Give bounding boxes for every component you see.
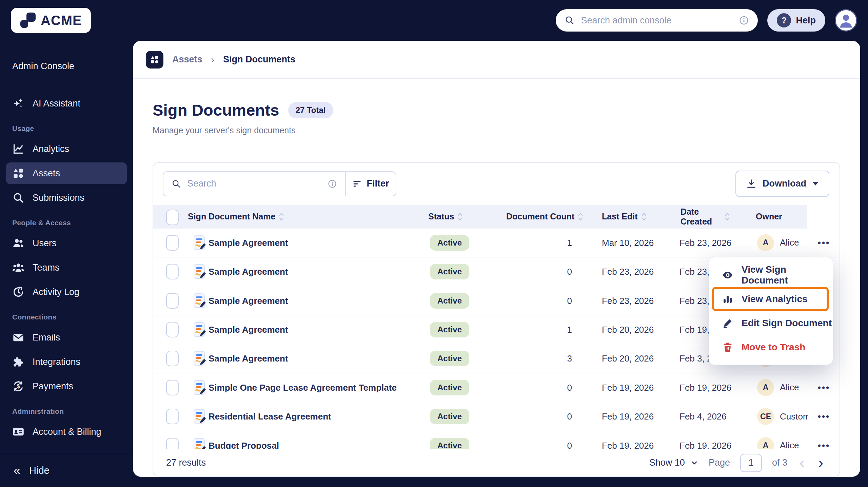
row-checkbox-cell: [166, 264, 179, 279]
filter-icon: [352, 179, 362, 189]
download-button[interactable]: Download: [735, 171, 829, 197]
document-name-link[interactable]: Residential Lease Agreement: [209, 411, 331, 422]
sidebar-item-emails[interactable]: Emails: [6, 327, 127, 348]
column-header-label: Last Edit: [602, 212, 638, 221]
menu-item-edit-sign-document[interactable]: Edit Sign Document: [709, 311, 833, 335]
column-header-last-edit[interactable]: Last Edit: [602, 205, 647, 229]
sign-document-icon: [193, 438, 207, 449]
row-checkbox-cell: [166, 351, 179, 366]
sidebar-item-label: Submissions: [33, 193, 84, 203]
status-badge: Active: [430, 264, 469, 279]
document-count-cell: 1: [504, 324, 572, 335]
menu-item-view-sign-document[interactable]: View Sign Document: [709, 263, 833, 287]
table-search-input[interactable]: [187, 178, 321, 189]
document-count-cell: 0: [504, 411, 572, 422]
status-badge: Active: [430, 438, 469, 449]
sort-icon: [725, 212, 730, 221]
table-row: Simple One Page Lease Agreement Template…: [153, 373, 840, 402]
row-actions-button[interactable]: •••: [808, 382, 840, 393]
sidebar-item-label: AI Assistant: [33, 98, 80, 109]
trash-icon: [722, 342, 733, 353]
sort-icon: [279, 212, 284, 221]
row-checkbox[interactable]: [166, 264, 179, 279]
show-label: Show 10: [649, 457, 685, 468]
row-actions-button[interactable]: •••: [808, 440, 840, 449]
sidebar-item-analytics[interactable]: Analytics: [6, 138, 127, 160]
next-page-button[interactable]: ›: [816, 456, 825, 470]
column-header-document-count[interactable]: Document Count: [506, 205, 583, 229]
last-edit-cell: Feb 19, 2026: [602, 382, 654, 393]
document-name-link[interactable]: Sample Agreement: [209, 353, 288, 364]
row-checkbox[interactable]: [166, 322, 179, 337]
sidebar-item-users[interactable]: Users: [6, 232, 127, 254]
caret-down-icon: [812, 182, 818, 186]
admin-search-bar[interactable]: [556, 9, 758, 32]
row-checkbox[interactable]: [166, 293, 179, 309]
row-checkbox[interactable]: [166, 380, 179, 395]
sidebar-item-integrations[interactable]: Integrations: [6, 351, 127, 373]
document-name-link[interactable]: Simple One Page Lease Agreement Template: [209, 382, 397, 393]
document-name-link[interactable]: Sample Agreement: [209, 237, 288, 248]
column-header-label: Owner: [756, 212, 782, 221]
user-avatar[interactable]: [835, 9, 857, 32]
row-actions-button[interactable]: •••: [808, 411, 840, 422]
acme-logo[interactable]: ACME: [11, 8, 91, 33]
sidebar-item-teams[interactable]: Teams: [6, 257, 127, 278]
row-checkbox[interactable]: [166, 409, 179, 424]
owner-name: Alice: [780, 382, 799, 393]
menu-item-view-analytics[interactable]: View Analytics: [712, 287, 829, 311]
document-name-link[interactable]: Sample Agreement: [209, 267, 288, 277]
table-row: Sample AgreementActive1Mar 10, 2026Feb 2…: [153, 229, 840, 257]
document-name-link[interactable]: Sample Agreement: [209, 324, 288, 335]
document-count-cell: 0: [504, 295, 572, 306]
select-all-checkbox[interactable]: [166, 210, 179, 225]
column-header-date-created[interactable]: Date Created: [680, 205, 730, 229]
sidebar-hide-button[interactable]: « Hide: [0, 454, 133, 487]
status-cell: Active: [430, 438, 469, 449]
sidebar-item-assets[interactable]: Assets: [6, 162, 127, 184]
admin-search-input[interactable]: [581, 15, 733, 26]
owner-name: Alice: [780, 440, 799, 449]
sign-document-icon: [193, 293, 207, 309]
menu-item-move-to-trash[interactable]: Move to Trash: [709, 335, 833, 359]
puzzle-icon: [12, 356, 24, 368]
bar-chart-icon: [722, 293, 733, 305]
breadcrumb-assets-link[interactable]: Assets: [172, 54, 202, 65]
avatar: A: [757, 437, 774, 449]
logo-text: ACME: [41, 13, 82, 28]
table-search[interactable]: [163, 172, 345, 196]
row-checkbox[interactable]: [166, 438, 179, 449]
document-name-link[interactable]: Sample Agreement: [209, 295, 288, 306]
sidebar-item-account-billing[interactable]: Account & Billing: [6, 421, 127, 443]
sidebar-item-submissions[interactable]: Submissions: [6, 187, 127, 209]
filter-button[interactable]: Filter: [346, 172, 396, 196]
sidebar-item-label: Account & Billing: [33, 427, 101, 437]
sidebar-item-activity-log[interactable]: Activity Log: [6, 281, 127, 303]
row-checkbox[interactable]: [166, 235, 179, 251]
row-checkbox[interactable]: [166, 351, 179, 366]
column-header-sign-document-name[interactable]: Sign Document Name: [188, 205, 284, 229]
previous-page-button[interactable]: ‹: [797, 456, 806, 470]
breadcrumb: Assets › Sign Documents: [133, 41, 860, 79]
ellipsis-icon: •••: [818, 382, 830, 392]
results-count: 27 results: [166, 457, 206, 468]
row-checkbox-cell: [166, 380, 179, 395]
page-number-input[interactable]: [740, 454, 762, 472]
column-header-status[interactable]: Status: [428, 205, 463, 229]
avatar: A: [757, 379, 774, 396]
sidebar-item-label: Emails: [33, 332, 60, 343]
document-count-cell: 0: [504, 440, 572, 449]
sidebar-item-payments[interactable]: Payments: [6, 375, 127, 397]
help-button[interactable]: ? Help: [767, 9, 825, 32]
sidebar-item-ai-assistant[interactable]: AI Assistant: [6, 93, 127, 114]
sign-document-icon: [193, 351, 207, 366]
sidebar-item-label: Integrations: [33, 357, 80, 367]
show-per-page-select[interactable]: Show 10: [649, 457, 698, 468]
last-edit-cell: Feb 20, 2026: [602, 324, 654, 335]
row-checkbox-cell: [166, 293, 179, 309]
row-actions-button[interactable]: •••: [808, 237, 840, 248]
status-cell: Active: [430, 409, 469, 424]
document-name-link[interactable]: Budget Proposal: [209, 440, 279, 449]
of-total-label: of 3: [772, 457, 787, 468]
assets-icon: [146, 51, 163, 69]
